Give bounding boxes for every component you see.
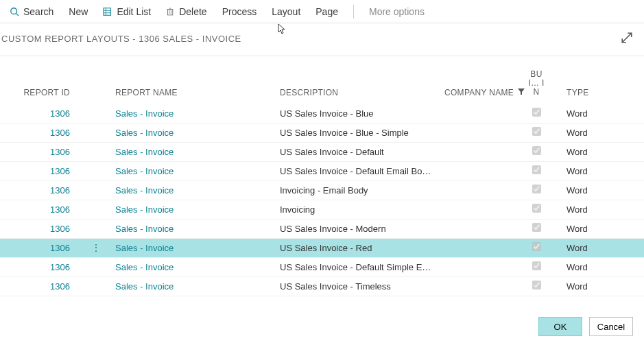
- cell-description: US Sales Invoice - Red: [274, 243, 439, 253]
- cell-report-name: Sales - Invoice: [110, 147, 274, 157]
- report-name-link[interactable]: Sales - Invoice: [115, 281, 174, 292]
- col-header-type[interactable]: TYPE: [553, 88, 608, 97]
- cell-report-id: 1306: [0, 166, 82, 176]
- report-id-link[interactable]: 1306: [50, 224, 70, 234]
- table-row[interactable]: 1306Sales - InvoiceUS Sales Invoice - Mo…: [0, 220, 644, 239]
- grid-header: REPORT ID REPORT NAME DESCRIPTION COMPAN…: [0, 56, 644, 104]
- report-name-link[interactable]: Sales - Invoice: [115, 147, 174, 157]
- table-row[interactable]: 1306Sales - InvoiceUS Sales Invoice - Ti…: [0, 277, 644, 296]
- page-menu[interactable]: Page: [315, 6, 338, 17]
- col-header-report-id[interactable]: REPORT ID: [0, 88, 82, 97]
- cell-report-id: 1306: [0, 204, 82, 215]
- report-id-link[interactable]: 1306: [50, 204, 70, 215]
- row-gutter: ⋮: [82, 243, 110, 252]
- expand-icon[interactable]: [621, 32, 633, 46]
- report-name-link[interactable]: Sales - Invoice: [115, 224, 174, 234]
- table-row[interactable]: 1306Sales - InvoiceInvoicing - Email Bod…: [0, 181, 644, 200]
- table-row[interactable]: 1306Sales - InvoiceUS Sales Invoice - Bl…: [0, 123, 644, 143]
- cell-type: Word: [553, 224, 608, 234]
- report-id-link[interactable]: 1306: [50, 262, 70, 272]
- delete-action[interactable]: Delete: [166, 6, 206, 17]
- row-actions-icon[interactable]: ⋮: [91, 243, 101, 252]
- cell-report-id: 1306: [0, 185, 82, 196]
- report-id-link[interactable]: 1306: [50, 128, 70, 138]
- built-in-checkbox: [532, 281, 541, 289]
- cell-description: US Sales Invoice - Timeless: [274, 281, 439, 292]
- cell-built-in: [520, 223, 553, 234]
- cell-description: US Sales Invoice - Blue - Simple: [274, 128, 439, 138]
- toolbar: Search New Edit List Delete Process Layo…: [0, 0, 644, 23]
- built-in-checkbox: [532, 165, 541, 174]
- svg-line-11: [622, 33, 632, 43]
- table-row[interactable]: 1306Sales - InvoiceInvoicingWord: [0, 200, 644, 220]
- company-name-label: COMPANY NAME: [444, 88, 514, 97]
- cell-report-id: 1306: [0, 108, 82, 119]
- cell-type: Word: [553, 128, 608, 138]
- cell-report-id: 1306: [0, 224, 82, 234]
- report-name-link[interactable]: Sales - Invoice: [115, 185, 174, 196]
- new-label: New: [69, 6, 88, 17]
- page-title: CUSTOM REPORT LAYOUTS - 1306 SALES - INV…: [1, 34, 241, 44]
- cell-built-in: [520, 261, 553, 272]
- cell-description: Invoicing - Email Body: [274, 185, 439, 196]
- search-action[interactable]: Search: [10, 6, 53, 17]
- report-id-link[interactable]: 1306: [50, 185, 70, 196]
- search-label: Search: [23, 6, 53, 17]
- report-id-link[interactable]: 1306: [50, 281, 70, 292]
- report-name-link[interactable]: Sales - Invoice: [115, 166, 174, 176]
- cell-type: Word: [553, 262, 608, 272]
- built-in-checkbox: [532, 242, 541, 251]
- col-header-report-name[interactable]: REPORT NAME: [110, 88, 274, 97]
- report-name-link[interactable]: Sales - Invoice: [115, 128, 174, 138]
- table-row[interactable]: 1306Sales - InvoiceUS Sales Invoice - De…: [0, 143, 644, 162]
- cell-built-in: [520, 242, 553, 253]
- built-in-checkbox: [532, 108, 541, 117]
- table-row[interactable]: 1306Sales - InvoiceUS Sales Invoice - De…: [0, 162, 644, 181]
- cell-description: US Sales Invoice - Default Email Bo…: [274, 166, 439, 176]
- cell-report-name: Sales - Invoice: [110, 128, 274, 138]
- cell-report-id: 1306: [0, 128, 82, 138]
- new-action[interactable]: New: [69, 6, 88, 17]
- data-grid: REPORT ID REPORT NAME DESCRIPTION COMPAN…: [0, 56, 644, 296]
- report-id-link[interactable]: 1306: [50, 243, 70, 253]
- built-in-checkbox: [532, 261, 541, 270]
- col-header-company-name[interactable]: COMPANY NAME: [439, 88, 520, 97]
- cell-report-name: Sales - Invoice: [110, 262, 274, 272]
- cell-type: Word: [553, 166, 608, 176]
- cell-report-name: Sales - Invoice: [110, 204, 274, 215]
- cell-type: Word: [553, 147, 608, 157]
- ok-button[interactable]: OK: [538, 317, 582, 336]
- report-name-link[interactable]: Sales - Invoice: [115, 204, 174, 215]
- edit-list-label: Edit List: [117, 6, 151, 17]
- process-menu[interactable]: Process: [222, 6, 257, 17]
- report-id-link[interactable]: 1306: [50, 108, 70, 119]
- process-label: Process: [222, 6, 257, 17]
- col-header-description[interactable]: DESCRIPTION: [274, 88, 439, 97]
- more-options[interactable]: More options: [369, 6, 425, 17]
- cell-report-name: Sales - Invoice: [110, 108, 274, 119]
- toolbar-separator: [353, 5, 354, 19]
- layout-menu[interactable]: Layout: [272, 6, 300, 17]
- report-name-link[interactable]: Sales - Invoice: [115, 243, 174, 253]
- report-id-link[interactable]: 1306: [50, 147, 70, 157]
- edit-list-action[interactable]: Edit List: [103, 6, 151, 17]
- svg-line-1: [16, 13, 19, 16]
- cell-report-id: 1306: [0, 147, 82, 157]
- built-in-checkbox: [532, 127, 541, 136]
- col-header-built-in[interactable]: BUI… IN: [520, 70, 553, 97]
- report-name-link[interactable]: Sales - Invoice: [115, 108, 174, 119]
- table-row[interactable]: 1306Sales - InvoiceUS Sales Invoice - Bl…: [0, 104, 644, 123]
- cell-report-id: 1306: [0, 243, 82, 253]
- more-options-label: More options: [369, 6, 425, 17]
- report-name-link[interactable]: Sales - Invoice: [115, 262, 174, 272]
- cell-report-id: 1306: [0, 281, 82, 292]
- cell-report-name: Sales - Invoice: [110, 185, 274, 196]
- search-icon: [10, 7, 19, 16]
- report-id-link[interactable]: 1306: [50, 166, 70, 176]
- table-row[interactable]: 1306⋮Sales - InvoiceUS Sales Invoice - R…: [0, 239, 644, 258]
- cell-description: US Sales Invoice - Blue: [274, 108, 439, 119]
- table-row[interactable]: 1306Sales - InvoiceUS Sales Invoice - De…: [0, 258, 644, 277]
- cancel-button[interactable]: Cancel: [589, 317, 633, 336]
- cell-report-id: 1306: [0, 262, 82, 272]
- trash-icon: [166, 7, 175, 16]
